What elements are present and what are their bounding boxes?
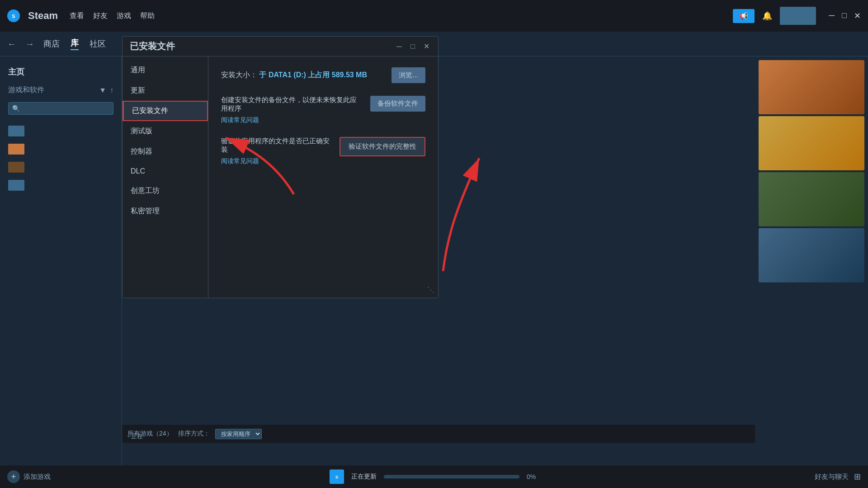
verify-integrity-button[interactable]: 验证软件文件的完整性 — [340, 137, 425, 156]
sidebar-filter-row: 游戏和软件 ▼ ↑ — [0, 82, 122, 99]
menu-item-dlc[interactable]: DLC — [123, 162, 208, 181]
menu-item-updates[interactable]: 更新 — [123, 80, 208, 101]
nav-community[interactable]: 社区 — [90, 38, 106, 49]
minimize-button[interactable]: ─ — [829, 11, 835, 21]
menu-item-workshop[interactable]: 创意工坊 — [123, 181, 208, 201]
notification-icon[interactable]: 🔔 — [760, 9, 774, 23]
dialog-close-button[interactable]: ✕ — [422, 42, 431, 51]
game-cover-1 — [759, 60, 864, 114]
installed-files-dialog: 已安装文件 ─ □ ✕ 通用 更新 已安装文件 测试版 控制器 DLC 创意工坊… — [122, 36, 439, 298]
updating-label: 正在更新 — [351, 473, 377, 481]
list-item[interactable] — [0, 176, 122, 194]
sort-dropdown[interactable]: 按家用顺序 — [215, 429, 262, 439]
add-game-icon: + — [7, 470, 20, 483]
game-cover-2 — [759, 116, 864, 170]
dialog-maximize-button[interactable]: □ — [408, 42, 417, 51]
menu-item-privacy[interactable]: 私密管理 — [123, 201, 208, 221]
menu-item-general[interactable]: 通用 — [123, 60, 208, 80]
sidebar-filter-label: 游戏和软件 — [8, 85, 44, 95]
backup-faq-link[interactable]: 阅读常见问题 — [221, 116, 259, 123]
dialog-menu: 通用 更新 已安装文件 测试版 控制器 DLC 创意工坊 私密管理 — [123, 56, 208, 298]
maximize-button[interactable]: □ — [842, 11, 847, 21]
title-bar-left: S Steam 查看 好友 游戏 帮助 — [7, 9, 155, 22]
verify-faq-link[interactable]: 阅读常见问题 — [221, 157, 259, 164]
friends-chat-button[interactable]: 好友与聊天 — [815, 473, 849, 481]
close-button[interactable]: ✕ — [854, 11, 861, 21]
svg-text:S: S — [335, 475, 338, 479]
backup-left: 创建安装文件的备份文件，以便未来恢复此应用程序 阅读常见问题 — [221, 96, 361, 124]
steam-logo-icon: S — [7, 9, 20, 22]
list-item[interactable] — [0, 158, 122, 176]
game-thumbnail — [8, 162, 24, 173]
menu-friends[interactable]: 好友 — [93, 11, 108, 21]
user-avatar[interactable] — [780, 7, 816, 25]
broadcast-button[interactable]: 📢 — [733, 9, 755, 23]
window-controls: ─ □ ✕ — [829, 11, 861, 21]
dialog-content: 安装大小： 于 DATA1 (D:) 上占用 589.53 MB 浏览... 创… — [208, 56, 438, 298]
forward-button[interactable]: → — [25, 39, 34, 49]
sort-label: 排序方式： — [178, 430, 210, 438]
title-bar: S Steam 查看 好友 游戏 帮助 📢 🔔 ─ □ ✕ — [0, 0, 868, 32]
dialog-minimize-button[interactable]: ─ — [395, 42, 404, 51]
backup-row: 创建安装文件的备份文件，以便未来恢复此应用程序 阅读常见问题 备份软件文件 — [221, 96, 425, 124]
filter-up-icon[interactable]: ↑ — [110, 86, 113, 94]
add-game-label: 添加游戏 — [24, 473, 51, 481]
menu-games[interactable]: 游戏 — [117, 11, 131, 21]
svg-text:S: S — [12, 14, 15, 19]
menu-item-controller[interactable]: 控制器 — [123, 141, 208, 162]
sidebar-home[interactable]: 主页 — [0, 62, 122, 82]
backup-button[interactable]: 备份软件文件 — [370, 96, 425, 112]
menu-item-installed-files[interactable]: 已安装文件 — [123, 101, 208, 121]
dialog-title: 已安装文件 — [130, 40, 175, 52]
title-bar-right: 📢 🔔 ─ □ ✕ — [733, 7, 861, 25]
bottom-sort-bar: 所有游戏（24） 排序方式： 按家用顺序 — [122, 425, 755, 443]
sidebar-filter-icons: ▼ ↑ — [99, 86, 113, 94]
list-item[interactable] — [0, 122, 122, 140]
menu-item-beta[interactable]: 测试版 — [123, 121, 208, 141]
install-size-value: 于 DATA1 (D:) 上占用 589.53 MB — [259, 71, 367, 79]
list-item[interactable] — [0, 140, 122, 158]
grid-view-icon[interactable]: ⊞ — [854, 472, 861, 482]
verify-main-text: 验证此应用程序的文件是否已正确安装 — [221, 137, 330, 154]
game-thumbnail — [8, 144, 24, 155]
title-menu: 查看 好友 游戏 帮助 — [70, 11, 155, 21]
browse-button[interactable]: 浏览... — [392, 67, 425, 83]
broadcast-icon: 📢 — [739, 12, 748, 20]
dialog-title-bar: 已安装文件 ─ □ ✕ — [123, 37, 438, 56]
left-sidebar: 主页 游戏和软件 ▼ ↑ — [0, 56, 122, 465]
add-game-button[interactable]: + 添加游戏 — [7, 470, 51, 483]
verify-left: 验证此应用程序的文件是否已正确安装 阅读常见问题 — [221, 137, 330, 165]
right-game-covers — [755, 56, 868, 465]
update-status: - 正在 — [127, 432, 143, 441]
backup-section: 创建安装文件的备份文件，以便未来恢复此应用程序 阅读常见问题 备份软件文件 — [221, 96, 425, 124]
status-right: 好友与聊天 ⊞ — [815, 472, 861, 482]
update-status-text: - 正在 — [127, 433, 143, 440]
sidebar-search-input[interactable] — [8, 102, 113, 115]
backup-main-text: 创建安装文件的备份文件，以便未来恢复此应用程序 — [221, 96, 361, 113]
nav-store[interactable]: 商店 — [43, 38, 60, 49]
sidebar-games-list — [0, 122, 122, 194]
install-size-info: 安装大小： 于 DATA1 (D:) 上占用 589.53 MB — [221, 70, 367, 80]
game-cover-4 — [759, 228, 864, 282]
game-thumbnail — [8, 126, 24, 136]
verify-row: 验证此应用程序的文件是否已正确安装 阅读常见问题 验证软件文件的完整性 — [221, 137, 425, 165]
nav-links: 商店 库 社区 — [43, 38, 106, 50]
nav-library[interactable]: 库 — [71, 38, 79, 50]
game-thumbnail — [8, 180, 24, 191]
install-size-prefix: 安装大小： — [221, 71, 257, 79]
status-center: S 正在更新 0% — [58, 469, 807, 484]
game-cover-3 — [759, 172, 864, 226]
install-size-row: 安装大小： 于 DATA1 (D:) 上占用 589.53 MB 浏览... — [221, 67, 425, 83]
filter-chevron-icon[interactable]: ▼ — [99, 86, 106, 94]
menu-help[interactable]: 帮助 — [140, 11, 155, 21]
back-button[interactable]: ← — [7, 39, 16, 49]
dialog-body: 通用 更新 已安装文件 测试版 控制器 DLC 创意工坊 私密管理 安装大小： … — [123, 56, 438, 298]
steam-update-icon: S — [330, 469, 344, 484]
resize-handle-icon[interactable]: ⋱ — [427, 286, 434, 294]
status-bar: + 添加游戏 S 正在更新 0% 好友与聊天 ⊞ — [0, 465, 868, 488]
update-progress-bar — [384, 475, 519, 479]
dialog-win-controls: ─ □ ✕ — [395, 42, 431, 51]
update-percent: 0% — [527, 473, 536, 480]
steam-title: Steam — [28, 10, 58, 22]
menu-view[interactable]: 查看 — [70, 11, 84, 21]
